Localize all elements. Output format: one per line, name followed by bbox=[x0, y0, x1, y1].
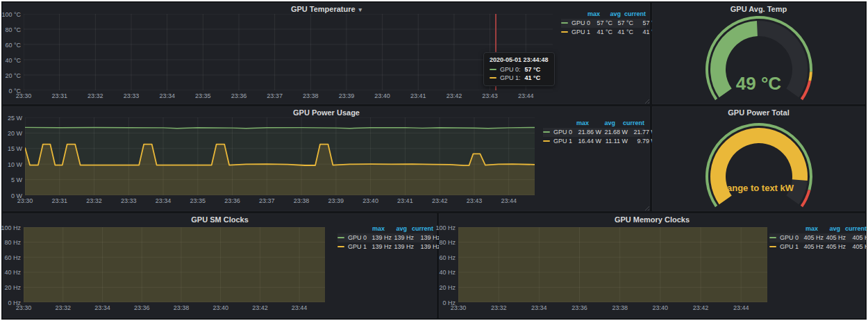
y-axis-tick-label: 100 Hz bbox=[0, 224, 21, 231]
y-axis-tick-label: 80 °C bbox=[0, 26, 21, 33]
legend-series-row[interactable]: GPU 0405 Hz405 Hz405 Hz bbox=[769, 233, 867, 242]
x-axis-tick-label: 23:34 bbox=[152, 197, 174, 204]
legend-gpu-temperature: maxavgcurrentGPU 057 °C57 °C57 °CGPU 141… bbox=[561, 10, 646, 37]
x-axis-tick-label: 23:44 bbox=[730, 304, 752, 311]
chart-tooltip: 2020-05-01 23:44:48 GPU 0:57 °C GPU 1:41… bbox=[483, 52, 555, 86]
x-axis-tick-label: 23:31 bbox=[49, 92, 71, 99]
x-axis-tick-label: 23:36 bbox=[222, 197, 244, 204]
x-axis-tick-label: 23:39 bbox=[335, 92, 358, 99]
grafana-dashboard: GPU Temperature▾ 2020-05-01 23:44:48 GPU… bbox=[1, 1, 867, 320]
panel-title-text: GPU Temperature bbox=[291, 5, 356, 13]
x-axis-tick-label: 23:30 bbox=[12, 92, 35, 99]
panel-resize-handle[interactable] bbox=[643, 97, 649, 104]
y-axis-tick-label: 25 W bbox=[0, 115, 22, 122]
x-axis-tick-label: 23:32 bbox=[52, 304, 74, 311]
y-axis-tick-label: 100 Hz bbox=[433, 224, 456, 231]
x-axis-tick-label: 23:40 bbox=[649, 304, 671, 311]
panel-gpu-power-usage: GPU Power Usage maxavgcurrentGPU 021.86 … bbox=[3, 106, 650, 211]
x-axis-tick-label: 23:33 bbox=[120, 92, 142, 99]
gauge-value-text: 49 °C bbox=[652, 73, 865, 94]
x-axis-tick-label: 23:43 bbox=[479, 92, 501, 99]
legend-gpu-memory-clocks: maxavgcurrentGPU 0405 Hz405 Hz405 HzGPU … bbox=[769, 224, 867, 252]
x-axis-tick-label: 23:44 bbox=[498, 197, 520, 204]
chart-canvas bbox=[458, 227, 767, 302]
legend-series-row[interactable]: GPU 021.86 W21.68 W21.77 W bbox=[543, 128, 644, 137]
panel-gpu-power-total: GPU Power Total range to text kW bbox=[652, 106, 865, 211]
panel-gpu-memory-clocks: GPU Memory Clocks maxavgcurrentGPU 0405 … bbox=[439, 213, 865, 318]
y-axis-tick-label: 5 W bbox=[0, 176, 22, 183]
x-axis-tick-label: 23:36 bbox=[228, 92, 250, 99]
legend-series-row[interactable]: GPU 057 °C57 °C57 °C bbox=[561, 19, 646, 28]
legend-gpu-sm-clocks: maxavgcurrentGPU 0139 Hz139 Hz139 HzGPU … bbox=[337, 224, 433, 252]
panel-title-gpu-temperature[interactable]: GPU Temperature▾ bbox=[3, 4, 650, 14]
legend-header-row: maxavgcurrent bbox=[561, 10, 646, 19]
x-axis-tick-label: 23:38 bbox=[609, 304, 631, 311]
panel-gpu-temperature: GPU Temperature▾ 2020-05-01 23:44:48 GPU… bbox=[3, 3, 650, 104]
y-axis-tick-label: 10 W bbox=[0, 161, 22, 168]
x-axis-tick-label: 23:40 bbox=[372, 92, 394, 99]
x-axis-tick-label: 23:33 bbox=[117, 197, 140, 204]
chart-canvas bbox=[25, 117, 535, 195]
series-color-swatch bbox=[337, 246, 344, 247]
series-color-swatch bbox=[490, 77, 496, 79]
memory-clocks-chart-plot[interactable] bbox=[458, 227, 767, 302]
power-chart-plot[interactable] bbox=[25, 117, 535, 195]
x-axis-tick-label: 23:44 bbox=[288, 304, 310, 311]
temperature-chart-plot[interactable] bbox=[24, 14, 553, 90]
y-axis-tick-label: 15 W bbox=[0, 145, 22, 152]
y-axis-tick-label: 20 °C bbox=[0, 72, 21, 79]
x-axis-tick-label: 23:42 bbox=[443, 92, 465, 99]
tooltip-row-gpu1: GPU 1:41 °C bbox=[490, 74, 549, 82]
panel-title-text: GPU Power Usage bbox=[293, 108, 360, 117]
y-axis-tick-label: 40 °C bbox=[0, 57, 21, 64]
panel-gpu-avg-temp: GPU Avg. Temp 49 °C bbox=[652, 3, 865, 104]
panel-title-gpu-power-usage[interactable]: GPU Power Usage bbox=[3, 108, 650, 117]
x-axis-tick-label: 23:41 bbox=[407, 92, 429, 99]
legend-series-row[interactable]: GPU 116.44 W11.11 W9.79 W bbox=[543, 137, 644, 146]
legend-series-row[interactable]: GPU 1139 Hz139 Hz139 Hz bbox=[337, 242, 433, 252]
tooltip-timestamp: 2020-05-01 23:44:48 bbox=[490, 56, 549, 63]
x-axis-tick-label: 23:38 bbox=[290, 197, 312, 204]
series-color-swatch bbox=[769, 237, 776, 238]
legend-header-row: maxavgcurrent bbox=[543, 119, 644, 128]
sm-clocks-chart-plot[interactable] bbox=[24, 227, 325, 302]
legend-header-row: maxavgcurrent bbox=[337, 224, 433, 233]
x-axis-tick-label: 23:34 bbox=[91, 304, 113, 311]
x-axis-tick-label: 23:40 bbox=[210, 304, 232, 311]
panel-title-gpu-memory-clocks[interactable]: GPU Memory Clocks bbox=[439, 215, 865, 224]
y-axis-tick-label: 20 Hz bbox=[433, 284, 456, 291]
x-axis-tick-label: 23:42 bbox=[428, 197, 451, 204]
x-axis-tick-label: 23:32 bbox=[84, 92, 106, 99]
x-axis-tick-label: 23:43 bbox=[463, 197, 485, 204]
series-color-swatch bbox=[769, 246, 776, 247]
series-color-swatch bbox=[337, 237, 344, 238]
legend-gpu-power-usage: maxavgcurrentGPU 021.86 W21.68 W21.77 WG… bbox=[543, 119, 644, 146]
x-axis-tick-label: 23:39 bbox=[325, 197, 347, 204]
x-axis-tick-label: 23:32 bbox=[487, 304, 510, 311]
series-color-swatch bbox=[561, 22, 568, 24]
panel-title-text: GPU SM Clocks bbox=[191, 215, 249, 224]
legend-series-row[interactable]: GPU 0139 Hz139 Hz139 Hz bbox=[337, 233, 433, 242]
legend-series-row[interactable]: GPU 1405 Hz405 Hz405 Hz bbox=[769, 242, 867, 252]
x-axis-tick-label: 23:30 bbox=[12, 304, 35, 311]
y-axis-tick-label: 100 °C bbox=[0, 11, 21, 18]
x-axis-tick-label: 23:37 bbox=[264, 92, 286, 99]
chart-canvas bbox=[24, 227, 325, 302]
x-axis-tick-label: 23:37 bbox=[256, 197, 278, 204]
series-color-swatch bbox=[543, 140, 550, 142]
panel-resize-handle[interactable] bbox=[643, 204, 649, 211]
x-axis-tick-label: 23:30 bbox=[447, 304, 469, 311]
panel-title-text: GPU Memory Clocks bbox=[615, 215, 690, 224]
x-axis-tick-label: 23:35 bbox=[192, 92, 214, 99]
x-axis-tick-label: 23:36 bbox=[131, 304, 153, 311]
y-axis-tick-label: 80 Hz bbox=[0, 239, 21, 246]
x-axis-tick-label: 23:30 bbox=[14, 197, 36, 204]
power-total-gauge bbox=[652, 106, 865, 211]
y-axis-tick-label: 40 Hz bbox=[433, 269, 456, 276]
series-color-swatch bbox=[561, 31, 568, 33]
gauge-canvas bbox=[652, 106, 865, 211]
legend-series-row[interactable]: GPU 141 °C41 °C41 °C bbox=[561, 28, 646, 37]
x-axis-tick-label: 23:38 bbox=[299, 92, 322, 99]
x-axis-tick-label: 23:42 bbox=[249, 304, 271, 311]
panel-title-gpu-sm-clocks[interactable]: GPU SM Clocks bbox=[3, 215, 437, 224]
